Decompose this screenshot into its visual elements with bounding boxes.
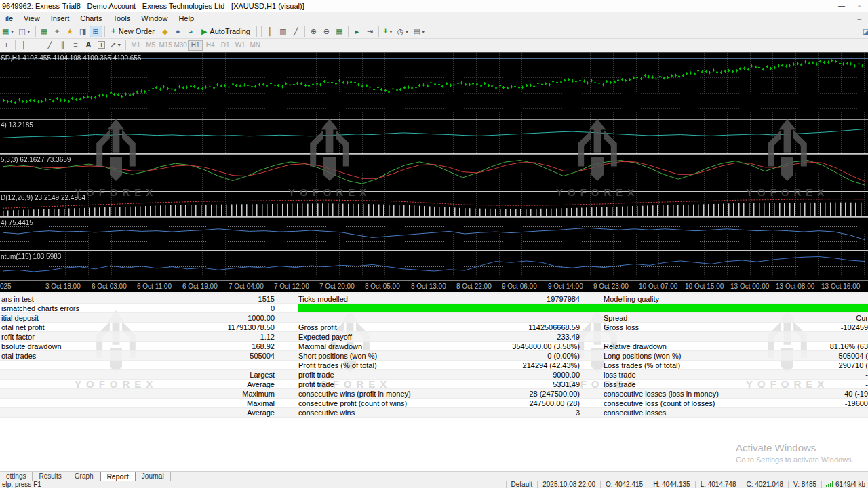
price-chart-canvas[interactable] (0, 53, 868, 280)
report-label: consecutive loss (count of losses) (604, 399, 715, 407)
timeframe-button-m15[interactable]: M15 (158, 40, 173, 51)
menu-item-view[interactable]: View (18, 14, 45, 23)
menu-item-ile[interactable]: ile (0, 14, 18, 23)
channel-button[interactable]: ∥ (56, 39, 69, 51)
report-value: -19600 (845, 399, 868, 407)
timeframe-button-m30[interactable]: M30 (173, 40, 188, 51)
new-chart-button[interactable]: ▦▼ (0, 26, 16, 37)
report-value: Largest (250, 370, 275, 379)
time-axis-label: 8 Oct 13:00 (411, 283, 446, 290)
terminal-button[interactable]: ◨ (77, 26, 90, 37)
trendline-button[interactable]: ╱ (43, 39, 56, 51)
arrows-button[interactable]: ↗▼ (108, 39, 123, 51)
zoom-in-button[interactable]: ⊕ (307, 26, 320, 37)
report-col-mid: Profit trades (% of total)214294 (42.43%… (298, 361, 580, 369)
status-bar: elp, press F1 Default2025.10.08 22:00O: … (0, 481, 868, 488)
report-col-right: Relative drawdown81.16% (63 (604, 342, 868, 350)
tab-journal[interactable]: Journal (136, 472, 171, 481)
metaeditor-button[interactable]: ◆ (159, 26, 172, 37)
fibonacci-icon: ≡ (73, 41, 77, 49)
fibonacci-button[interactable]: ≡ (69, 39, 82, 51)
rsi-pane-label: 4) 75.4415 (1, 219, 33, 226)
zoom-out-button[interactable]: ⊖ (320, 26, 333, 37)
status-segments: Default2025.10.08 22:00O: 4042.415H: 404… (506, 481, 822, 488)
market-watch-button[interactable]: ▦ (38, 26, 51, 37)
report-label: rofit factor (1, 332, 35, 341)
templates-icon: ▤ (413, 28, 420, 35)
report-value: 40 (-19 (844, 389, 868, 398)
zoom-in-icon: ⊕ (311, 28, 317, 35)
text-button[interactable]: A (82, 39, 95, 51)
line-chart-button[interactable]: ╱ (290, 26, 302, 37)
new-order-button[interactable]: +New Order (107, 26, 159, 37)
indicators-button[interactable]: +▼ (381, 26, 395, 37)
profiles-button[interactable]: ◫▼ (16, 26, 33, 37)
tester-tabs: ettingsResultsGraphReportJournal (0, 471, 868, 481)
report-value: Cur (856, 313, 868, 322)
report-value: 168.92 (252, 342, 275, 350)
report-col-mid: profit trade5331.49 (298, 380, 580, 388)
profiles-icon: ◫ (18, 28, 25, 35)
news-button[interactable]: ◕ (184, 26, 197, 37)
data-window-button[interactable]: ⌖ (51, 26, 64, 37)
minimize-button[interactable]: — (833, 2, 850, 9)
standard-toolbar: ▦▼ ◫▼ ▦ ⌖ ★ ◨ ⊞ +New Order ◆ ● ◕ ▶AutoTr… (0, 24, 868, 39)
title-bar: 9649962: Exness-Trial8 - Demo Account - … (0, 0, 868, 12)
autotrading-icon: ▶ (201, 28, 207, 35)
timeframe-button-h1[interactable]: H1 (188, 40, 203, 51)
report-value: 117913078.50 (227, 323, 275, 331)
tab-report[interactable]: Report (100, 472, 136, 481)
report-label: consecutive wins (298, 408, 355, 417)
report-row: ars in test1515Ticks modelled19797984Mod… (0, 294, 868, 304)
maximize-button[interactable]: ▫ (850, 2, 868, 9)
time-axis-label: 13 Oct 16:00 (821, 283, 860, 290)
report-col-left: ismatched charts errors0 (0, 304, 275, 312)
timeframe-button-h4[interactable]: H4 (203, 40, 218, 51)
chart-shift-button[interactable]: ⇥ (363, 26, 376, 37)
indicators-icon: + (383, 26, 388, 36)
menu-item-insert[interactable]: Insert (45, 14, 75, 23)
menu-item-tools[interactable]: Tools (108, 14, 136, 23)
mql5-community-button[interactable]: ● (172, 26, 184, 37)
text-label-button[interactable]: T (95, 39, 108, 51)
tile-windows-icon: ▦ (336, 28, 342, 35)
report-label: otal net profit (1, 323, 45, 331)
report-col-mid (298, 313, 580, 322)
menu-item-charts[interactable]: Charts (75, 14, 107, 23)
tab-graph[interactable]: Graph (68, 472, 100, 481)
horizontal-line-button[interactable]: ─ (31, 39, 43, 51)
new-order-icon: + (111, 26, 116, 36)
strategy-tester-button[interactable]: ⊞ (90, 26, 102, 37)
report-col-right: Loss trades (% of total)290710 ( (604, 361, 868, 369)
candlestick-chart-button[interactable]: ▥ (277, 26, 290, 37)
navigator-button[interactable]: ★ (64, 26, 77, 37)
timeframe-button-w1[interactable]: W1 (233, 40, 248, 51)
report-value: 247500.00 (28) (529, 399, 580, 407)
report-col-left: bsolute drawdown168.92 (0, 342, 275, 350)
timeframe-button-m5[interactable]: M5 (143, 40, 158, 51)
report-col-mid: profit trade9000.00 (298, 370, 580, 379)
connection-status: 6149/4 kb (821, 481, 868, 488)
crosshair-button[interactable]: + (0, 39, 13, 51)
periods-button[interactable]: ◷▼ (395, 26, 412, 37)
timeframe-button-mn[interactable]: MN (248, 40, 262, 51)
tab-results[interactable]: Results (33, 472, 68, 481)
report-col-mid: consecutive profit (count of wins)247500… (298, 399, 580, 407)
mdi-minimize-icon[interactable]: – (857, 15, 868, 22)
menu-item-window[interactable]: Window (136, 14, 173, 23)
line-chart-icon: ╱ (294, 28, 298, 35)
bar-chart-button[interactable]: ║ (264, 26, 277, 37)
vertical-line-button[interactable]: │ (18, 39, 31, 51)
tile-windows-button[interactable]: ▦ (333, 26, 346, 37)
tab-ettings[interactable]: ettings (0, 472, 33, 481)
time-axis-label: 9 Oct 14:00 (548, 283, 583, 290)
timeframe-button-m1[interactable]: M1 (128, 40, 143, 51)
time-axis-label: 6 Oct 11:00 (137, 283, 172, 290)
report-label: ismatched charts errors (1, 304, 79, 312)
auto-scroll-button[interactable]: ▸ (351, 26, 363, 37)
templates-button[interactable]: ▤▼ (411, 26, 427, 37)
timeframe-button-d1[interactable]: D1 (218, 40, 233, 51)
report-value: Maximum (242, 389, 275, 398)
autotrading-button[interactable]: ▶AutoTrading (197, 26, 254, 37)
menu-item-help[interactable]: Help (173, 14, 199, 23)
